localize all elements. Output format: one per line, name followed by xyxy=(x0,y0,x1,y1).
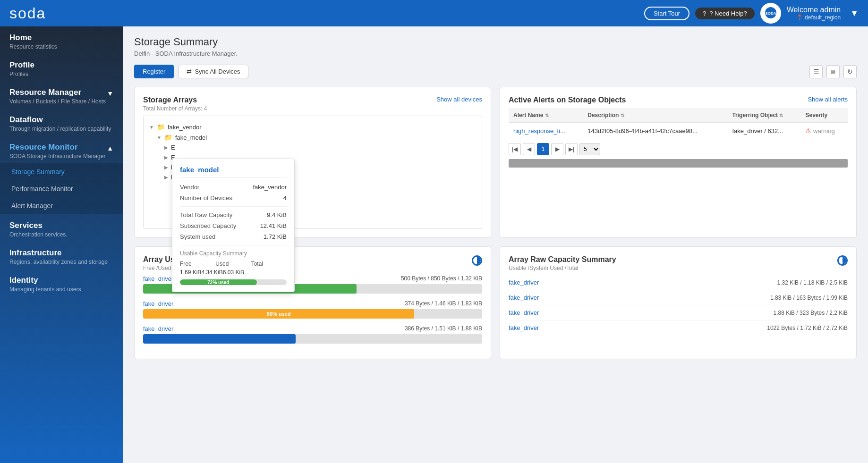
sort-icon: ⇅ xyxy=(545,113,549,118)
alerts-table: Alert Name ⇅ Description ⇅ Trigerring Ob… xyxy=(509,108,848,139)
main-toolbar: Register ⇄ Sync All Devices ☰ ⊛ ↻ xyxy=(134,65,857,78)
page-title: Storage Summary xyxy=(134,36,857,48)
used-value: 4.34 KiB xyxy=(201,269,222,276)
raw-driver-link[interactable]: fake_driver xyxy=(509,294,539,301)
soda-brand-logo: SODA xyxy=(760,3,781,24)
capacity-values: 386 Bytes / 1.51 KiB / 1.88 KiB xyxy=(405,325,482,332)
raw-row-3: fake_driver 1.88 KiB / 323 Bytes / 2.2 K… xyxy=(509,305,848,320)
tooltip-usable-title: Usable Capacity Summary xyxy=(180,250,287,257)
need-help-button[interactable]: ? ? Need Help? xyxy=(695,8,755,19)
raw-driver-link[interactable]: fake_driver xyxy=(509,324,539,331)
page-1-button[interactable]: 1 xyxy=(537,143,549,155)
raw-driver-link[interactable]: fake_driver xyxy=(509,279,539,286)
cards-grid: Storage Arrays Total Number of Arrays: 4… xyxy=(134,87,857,359)
tooltip-raw-row: Total Raw Capacity 9.4 KiB xyxy=(180,211,287,219)
next-page-button[interactable]: ▶ xyxy=(551,143,563,155)
raw-driver-link[interactable]: fake_driver xyxy=(509,309,539,316)
capacity-bar-fill: 80% used xyxy=(143,309,414,319)
col-alert-name: Alert Name ⇅ xyxy=(509,108,583,123)
sidebar-item-identity[interactable]: Identity Managing tenants and users xyxy=(0,269,123,296)
resource-monitor-expand-icon: ▲ xyxy=(107,144,113,152)
tree-arrow-icon: ▶ xyxy=(164,165,168,170)
usable-row-3: fake_driver 386 Bytes / 1.51 KiB / 1.88 … xyxy=(143,325,482,344)
raw-row-4: fake_driver 1022 Bytes / 1.72 KiB / 2.72… xyxy=(509,320,848,335)
raw-values: 1.83 KiB / 163 Bytes / 1.99 KiB xyxy=(770,295,848,301)
tooltip-system-used-row: System used 1.72 KiB xyxy=(180,233,287,240)
driver-link[interactable]: fake_driver xyxy=(143,325,173,332)
first-page-button[interactable]: |◀ xyxy=(509,143,521,155)
usable-row-2: fake_driver 374 Bytes / 1.46 KiB / 1.83 … xyxy=(143,300,482,319)
register-button[interactable]: Register xyxy=(134,65,174,78)
tree-arrow-icon: ▶ xyxy=(164,155,168,160)
sidebar-resource-monitor-title: Resource Monitor xyxy=(9,143,107,152)
storage-arrays-subtitle: Total Number of Arrays: 4 xyxy=(143,105,207,112)
tooltip-title: fake_model xyxy=(180,166,287,178)
sidebar-item-dataflow[interactable]: Dataflow Through migration / replication… xyxy=(0,109,123,136)
col-description: Description ⇅ xyxy=(583,108,727,123)
question-icon: ? xyxy=(703,10,706,17)
raw-values: 1.88 KiB / 323 Bytes / 2.2 KiB xyxy=(774,310,848,316)
alert-name-link[interactable]: high_response_ti... xyxy=(513,127,565,135)
storage-arrays-title: Storage Arrays xyxy=(143,96,207,104)
sidebar-item-resource-monitor[interactable]: Resource Monitor SODA Storage Infrastruc… xyxy=(0,136,123,163)
capacity-values: 500 Bytes / 850 Bytes / 1.32 KiB xyxy=(401,275,482,282)
user-menu-chevron[interactable]: ▼ xyxy=(850,8,859,18)
sidebar-home-sub: Resource statistics xyxy=(9,43,113,50)
last-page-button[interactable]: ▶| xyxy=(565,143,578,155)
sidebar-sub-performance-monitor[interactable]: Performance Monitor xyxy=(0,180,123,197)
raw-values: 1.32 KiB / 1.18 KiB / 2.5 KiB xyxy=(777,279,848,286)
app-logo: soda xyxy=(9,5,46,22)
sidebar-sub-alert-manager[interactable]: Alert Manager xyxy=(0,197,123,214)
capacity-bar-bg xyxy=(143,334,482,344)
tree-item-label: E xyxy=(171,144,175,151)
tooltip-vendor-row: Vendor fake_vendor xyxy=(180,184,287,191)
severity-label: warning xyxy=(813,127,835,135)
sidebar-dataflow-sub: Through migration / replication capabili… xyxy=(9,126,113,132)
grid-view-button[interactable]: ⊛ xyxy=(826,65,840,78)
refresh-button[interactable]: ↻ xyxy=(843,65,857,78)
usable-chart-icon xyxy=(472,255,482,266)
sidebar-profile-title: Profile xyxy=(9,60,113,70)
sidebar-item-home[interactable]: Home Resource statistics xyxy=(0,26,123,54)
capacity-values: 374 Bytes / 1.46 KiB / 1.83 KiB xyxy=(405,300,482,307)
alerts-table-header: Alert Name ⇅ Description ⇅ Trigerring Ob… xyxy=(509,108,848,123)
sync-icon: ⇄ xyxy=(187,68,192,75)
list-view-button[interactable]: ☰ xyxy=(809,65,823,78)
tree-label: fake_vendor xyxy=(168,124,202,131)
sync-all-button[interactable]: ⇄ Sync All Devices xyxy=(179,65,248,78)
tree-item-e1[interactable]: ▶ E xyxy=(164,143,476,152)
tree-arrow-icon: ▼ xyxy=(157,135,162,140)
sidebar-identity-title: Identity xyxy=(9,276,113,285)
sidebar-item-services[interactable]: Services Orchestration services. xyxy=(0,214,123,242)
sort-icon: ⇅ xyxy=(621,113,624,118)
main-content: Storage Summary Delfin - SODA Infrastruc… xyxy=(123,26,868,463)
tree-item-fake-vendor[interactable]: ▼ 📁 fake_vendor xyxy=(149,122,476,132)
tree-item-fake-model[interactable]: ▼ 📁 fake_model xyxy=(157,132,476,143)
tooltip-subscribed-row: Subscribed Capacity 12.41 KiB xyxy=(180,222,287,229)
sidebar-item-infrastructure[interactable]: Infrastructure Regions, availability zon… xyxy=(0,242,123,269)
sidebar-identity-sub: Managing tenants and users xyxy=(9,286,113,293)
app-header: soda Start Tour ? ? Need Help? SODA Welc… xyxy=(0,0,868,26)
show-all-alerts-link[interactable]: Show all alerts xyxy=(808,96,848,103)
sidebar-dataflow-title: Dataflow xyxy=(9,115,113,125)
sidebar-sub-storage-summary[interactable]: Storage Summary xyxy=(0,163,123,180)
prev-page-button[interactable]: ◀ xyxy=(523,143,535,155)
sort-icon: ⇅ xyxy=(779,113,783,118)
storage-arrays-card: Storage Arrays Total Number of Arrays: 4… xyxy=(134,87,491,238)
tooltip-progress-fill: 72% used xyxy=(180,279,257,285)
per-page-select[interactable]: 5 10 25 xyxy=(579,143,600,155)
tree-arrow-icon: ▼ xyxy=(149,125,154,130)
alert-severity-cell: ⚠ warning xyxy=(800,123,848,139)
driver-link[interactable]: fake_driver xyxy=(143,300,173,307)
raw-chart-icon xyxy=(837,255,848,266)
sidebar-item-resource-manager[interactable]: Resource Manager Volumes / Buckets / Fil… xyxy=(0,81,123,109)
sidebar-item-profile[interactable]: Profile Profiles xyxy=(0,54,123,81)
start-tour-button[interactable]: Start Tour xyxy=(644,7,689,20)
alert-trigger-cell: fake_driver / 632... xyxy=(727,123,800,139)
page-subtitle: Delfin - SODA Infrastructure Manager. xyxy=(134,50,857,57)
col-severity: Severity xyxy=(800,108,848,123)
show-all-devices-link[interactable]: Show all devices xyxy=(436,96,482,103)
alerts-table-body: high_response_ti... 143d2f05-8d96-4f4b-a… xyxy=(509,123,848,139)
driver-link[interactable]: fake_driver xyxy=(143,275,173,282)
alert-name-cell: high_response_ti... xyxy=(509,123,583,139)
